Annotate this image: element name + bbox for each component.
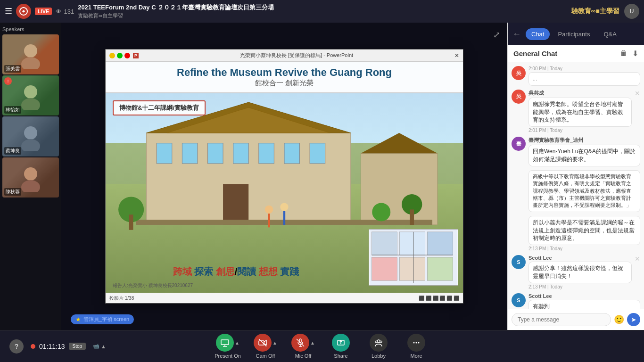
window-close-x[interactable]: ✕: [454, 52, 459, 59]
close-btn[interactable]: [124, 53, 130, 58]
svg-rect-35: [400, 232, 425, 255]
chat-message-3: 臺 臺灣實驗教育學會_迪州 回應Wen-Yueh Lu在Q&A的提問中，關於如何…: [512, 137, 640, 166]
msg-body-6: Scott Lee 感謝分享！雖然這樣說很奇怪，但祝靈屋早日消失！ 2:13 P…: [528, 255, 632, 289]
chat-download-icon[interactable]: ⬇: [632, 49, 638, 58]
more-btn[interactable]: More: [402, 334, 430, 359]
cam-off-arrow[interactable]: ▲: [272, 340, 277, 346]
timer-display: 01:11:13: [39, 343, 65, 350]
slide-keywords: 跨域 探索 創思/閱讀 想想 實踐: [113, 264, 359, 279]
svg-marker-22: [361, 133, 437, 153]
msg-body-7: Scott Lee 有聽到 2:14 PM | Today: [528, 293, 640, 309]
chat-header-actions: 🗑 ⬇: [620, 49, 638, 58]
cam-off-btn[interactable]: ▲ Cam Off: [251, 334, 280, 359]
svg-rect-34: [372, 232, 397, 255]
present-on-arrow[interactable]: ▲: [235, 340, 239, 346]
svg-point-3: [24, 85, 37, 99]
cam-off-icon: [254, 334, 272, 352]
expand-icon[interactable]: ⤢: [493, 30, 500, 40]
speaker-video-1[interactable]: 張美雲: [2, 34, 59, 74]
present-on-label: Present On: [215, 353, 241, 359]
msg-delete-2[interactable]: ✕: [635, 90, 640, 97]
active-speaker-name: 管澤員_宇禎 screen: [83, 316, 129, 323]
chat-trash-icon[interactable]: 🗑: [620, 49, 627, 58]
tab-qa[interactable]: Q&A: [598, 28, 622, 40]
help-btn[interactable]: ?: [9, 339, 24, 354]
panel-back-btn[interactable]: ←: [512, 29, 521, 39]
slide-title-zh: 館校合一 創新光榮: [113, 79, 456, 88]
chat-message-7: S Scott Lee 有聽到 2:14 PM | Today: [512, 293, 640, 309]
main-content: Speakers 張美雲 ! 林怡如: [0, 23, 644, 330]
present-on-btn[interactable]: ▲ Present On: [214, 334, 242, 359]
svg-rect-17: [259, 143, 274, 164]
svg-point-54: [377, 340, 380, 343]
svg-rect-14: [182, 143, 197, 164]
stop-btn[interactable]: Stop: [69, 343, 86, 350]
send-btn[interactable]: ➤: [627, 313, 640, 326]
share-icon: [332, 334, 350, 352]
window-controls: [109, 53, 130, 58]
chat-message-1: 吳 2:00 PM | Today ...: [512, 66, 640, 86]
msg-sender-3: 臺灣實驗教育學會_迪州: [528, 137, 640, 144]
speaker-video-2[interactable]: ! 林怡如: [2, 75, 59, 115]
ppt-icon: P: [133, 53, 139, 58]
tab-participants[interactable]: Participants: [552, 28, 595, 40]
presentation-window: P 光榮實小蔡坤良校長 [受保護的標馬] - PowerPoint ✕ Refi…: [105, 49, 463, 304]
share-btn[interactable]: Share: [327, 334, 355, 359]
msg-text-5: 所以小蕊共學是不需要滿足課綱的喔～在法規上創造這樣彈繩的空間，也是法規當初制定時…: [528, 216, 640, 245]
top-bar-right: 驗教育∞■主學習 U: [571, 4, 639, 19]
viewer-count: 👁 131: [56, 8, 74, 15]
maximize-btn[interactable]: [117, 53, 123, 58]
slide-title-en: Refine the Museum Revive the Guang Rong: [113, 66, 456, 79]
msg-time-6: 2:13 PM | Today: [528, 284, 632, 289]
chat-input[interactable]: [512, 313, 611, 326]
svg-point-55: [375, 341, 377, 343]
video-quality-indicator: 📹 ▲: [93, 343, 106, 349]
chat-message-6: S Scott Lee 感謝分享！雖然這樣說很奇怪，但祝靈屋早日消失！ 2:13…: [512, 255, 640, 289]
logo: [16, 4, 31, 19]
svg-point-6: [21, 139, 40, 151]
msg-body-2: 吳芸成 幽謝徐秀老師。盼望全台各地村廟皆能興學，成為在地自主學習、實驗教育的支持…: [528, 90, 632, 133]
window-title: 光榮實小蔡坤良校長 [受保護的標馬] - PowerPoint: [141, 52, 452, 59]
mic-off-icon: [291, 334, 309, 352]
msg-time-2: 2:01 PM | Today: [528, 128, 632, 133]
mic-off-btn[interactable]: ▲ Mic Off: [289, 334, 317, 359]
svg-point-29: [265, 206, 273, 214]
speaker-name-2: 林怡如: [4, 106, 21, 114]
lobby-label: Lobby: [372, 353, 386, 359]
msg-avatar-3: 臺: [512, 137, 526, 151]
speaker-video-3[interactable]: 蔡坤良: [2, 116, 59, 156]
msg-body-3: 臺灣實驗教育學會_迪州 回應Wen-Yueh Lu在Q&A的提問中，關於如何滿足…: [528, 137, 640, 166]
svg-rect-42: [221, 340, 229, 345]
minimize-btn[interactable]: [109, 53, 115, 58]
msg-body-1: 2:00 PM | Today ...: [528, 66, 640, 86]
svg-rect-27: [410, 209, 414, 224]
mic-off-arrow[interactable]: ▲: [310, 340, 315, 346]
msg-text-7: 有聽到: [528, 300, 640, 309]
speaker-notif-2: !: [4, 77, 12, 85]
mic-off-label: Mic Off: [295, 353, 312, 359]
chat-message-2: 吳 吳芸成 幽謝徐秀老師。盼望全台各地村廟皆能興學，成為在地自主學習、實驗教育的…: [512, 90, 640, 133]
emoji-btn[interactable]: 🙂: [614, 314, 624, 325]
record-indicator: [31, 344, 35, 349]
speaker-video-4[interactable]: 陳秋蓉: [2, 157, 59, 197]
menu-icon[interactable]: ☰: [5, 6, 12, 16]
svg-rect-16: [233, 143, 248, 164]
msg-body-5: 所以小蕊共學是不需要滿足課綱的喔～在法規上創造這樣彈繩的空間，也是法規當初制定時…: [528, 216, 640, 251]
svg-point-8: [21, 180, 40, 192]
msg-delete-6[interactable]: ✕: [635, 255, 640, 263]
msg-sender-7: Scott Lee: [528, 293, 640, 299]
top-bar: ☰ LIVE 👁 131 2021 TEEForum 2nd Day C ２０２…: [0, 0, 644, 23]
msg-text-4: 高級中等以下教育階段非學校型態實驗教育實施條例第八條，有明文規定「實驗教育之課程…: [528, 170, 640, 212]
svg-point-2: [21, 57, 40, 69]
user-avatar[interactable]: U: [624, 4, 639, 19]
svg-point-31: [280, 203, 288, 211]
lobby-icon: [370, 334, 388, 352]
msg-body-4: 高級中等以下教育階段非學校型態實驗教育實施條例第八條，有明文規定「實驗教育之課程…: [528, 170, 640, 212]
svg-point-1: [24, 44, 37, 58]
speaker-name-1: 張美雲: [4, 65, 21, 73]
chat-header-title: General Chat: [513, 49, 557, 58]
svg-rect-19: [310, 143, 325, 164]
svg-rect-13: [157, 143, 172, 164]
tab-chat[interactable]: Chat: [526, 28, 550, 40]
lobby-btn[interactable]: Lobby: [364, 334, 393, 359]
